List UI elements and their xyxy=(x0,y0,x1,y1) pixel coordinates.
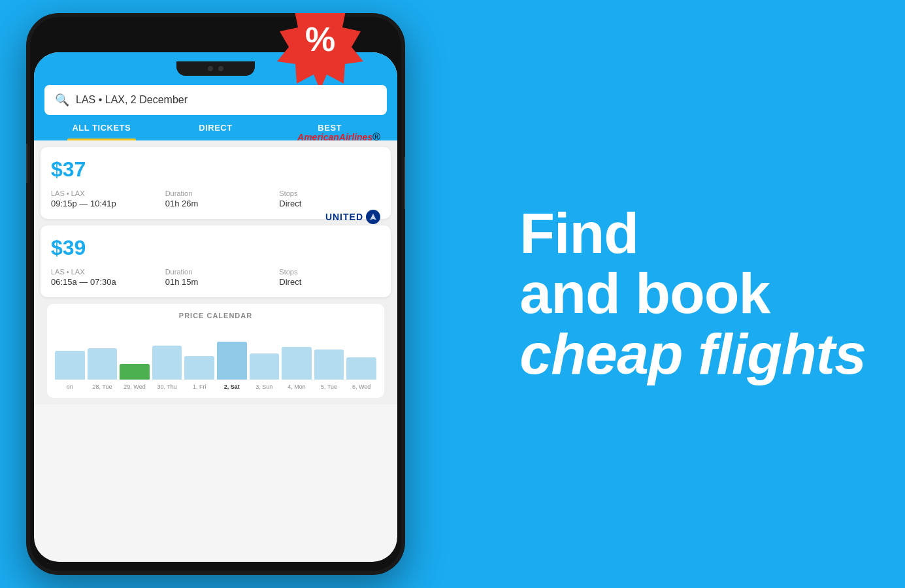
tabs-bar: ALL TICKETS DIRECT BEST xyxy=(44,115,387,140)
chart-label-6: 3, Sun xyxy=(250,384,280,390)
duration-label-2: Duration xyxy=(165,268,267,276)
stops-label-2: Stops xyxy=(279,268,380,276)
bar-col-4 xyxy=(184,327,214,380)
flight-price-1: $37 xyxy=(51,157,380,182)
hero-text-block: Find and book cheap flights xyxy=(519,203,866,384)
flight-details-2: LAS • LAX 06:15a — 07:30a Duration 01h 1… xyxy=(51,268,380,287)
calendar-title: PRICE CALENDAR xyxy=(55,312,376,319)
chart-label-1: 28, Tue xyxy=(88,384,118,390)
tab-direct[interactable]: DIRECT xyxy=(159,115,273,140)
tab-best[interactable]: BEST xyxy=(272,115,387,140)
bar-7 xyxy=(282,347,312,380)
search-icon: 🔍 xyxy=(55,93,69,107)
route-col-2: LAS • LAX 06:15a — 07:30a xyxy=(51,268,152,287)
power-button xyxy=(404,157,405,209)
bar-9 xyxy=(346,357,376,380)
chart-label-4: 1, Fri xyxy=(184,384,214,390)
discount-badge: % xyxy=(274,13,366,85)
duration-col-2: Duration 01h 15m xyxy=(165,268,267,287)
screen-content: 🔍 LAS • LAX, 2 December ALL TICKETS DIRE… xyxy=(34,52,397,562)
united-airlines-label: UNITED xyxy=(325,210,380,224)
stops-col-1: Stops Direct xyxy=(279,189,380,208)
bar-chart xyxy=(55,327,376,380)
bar-col-1 xyxy=(88,327,118,380)
chart-label-2: 29, Wed xyxy=(120,384,150,390)
united-text: UNITED xyxy=(325,212,363,222)
flight-card-2[interactable]: UNITED $39 LAS • LAX xyxy=(41,225,391,297)
volume-button xyxy=(26,144,27,183)
flights-list: AmericanAirlines® $37 LAS • LAX 09:15p —… xyxy=(34,140,397,404)
chart-label-7: 4, Mon xyxy=(282,384,312,390)
bar-0 xyxy=(55,351,85,380)
bar-col-6 xyxy=(250,327,280,380)
bar-col-0 xyxy=(55,327,85,380)
hero-line2: cheap flights xyxy=(519,324,866,384)
bar-col-3 xyxy=(152,327,182,380)
chart-label-3: 30, Thu xyxy=(152,384,182,390)
bar-1 xyxy=(88,348,118,380)
bar-col-7 xyxy=(282,327,312,380)
speaker-dot xyxy=(218,66,223,71)
hero-line1: Find and book xyxy=(519,203,866,324)
bar-3 xyxy=(152,346,182,380)
duration-col-1: Duration 01h 26m xyxy=(165,189,267,208)
bar-5 xyxy=(217,342,247,380)
phone-frame: % 🔍 LAS • LAX, 2 December ALL TICKETS xyxy=(26,13,405,575)
stops-label-1: Stops xyxy=(279,189,380,197)
flight-card-1[interactable]: AmericanAirlines® $37 LAS • LAX 09:15p —… xyxy=(41,147,391,219)
chart-labels: on 28, Tue 29, Wed 30, Thu 1, Fri 2, Sat… xyxy=(55,384,376,390)
chart-label-5: 2, Sat xyxy=(217,384,247,390)
bar-6 xyxy=(250,353,280,380)
phone-screen: 🔍 LAS • LAX, 2 December ALL TICKETS DIRE… xyxy=(34,52,397,562)
bar-col-8 xyxy=(314,327,344,380)
bar-col-2 xyxy=(120,327,150,380)
percent-symbol: % xyxy=(305,20,335,59)
flight-details-1: LAS • LAX 09:15p — 10:41p Duration 01h 2… xyxy=(51,189,380,208)
flight-price-2: $39 xyxy=(51,236,380,260)
stops-value-2: Direct xyxy=(279,277,380,287)
bar-2 xyxy=(120,364,150,380)
stops-col-2: Stops Direct xyxy=(279,268,380,287)
duration-value-2: 01h 15m xyxy=(165,277,267,287)
price-calendar: PRICE CALENDAR xyxy=(47,304,384,398)
bar-4 xyxy=(184,356,214,380)
chart-label-9: 6, Wed xyxy=(346,384,376,390)
phone-mockup: % 🔍 LAS • LAX, 2 December ALL TICKETS xyxy=(26,13,444,581)
stops-value-1: Direct xyxy=(279,199,380,208)
chart-label-0: on xyxy=(55,384,85,390)
duration-value-1: 01h 26m xyxy=(165,199,267,208)
time-value-2: 06:15a — 07:30a xyxy=(51,277,152,287)
bar-8 xyxy=(314,350,344,380)
phone-notch xyxy=(176,61,255,76)
search-bar[interactable]: 🔍 LAS • LAX, 2 December xyxy=(44,85,387,115)
camera-dot xyxy=(208,66,213,71)
duration-label-1: Duration xyxy=(165,189,267,197)
united-icon xyxy=(366,210,380,224)
bar-col-5 xyxy=(217,327,247,380)
chart-label-8: 5, Tue xyxy=(314,384,344,390)
bar-col-9 xyxy=(346,327,376,380)
route-col-1: LAS • LAX 09:15p — 10:41p xyxy=(51,189,152,208)
time-value-1: 09:15p — 10:41p xyxy=(51,199,152,208)
route-label-2: LAS • LAX xyxy=(51,268,152,276)
search-query: LAS • LAX, 2 December xyxy=(76,94,188,106)
airline-logo-united: UNITED xyxy=(325,210,380,224)
route-label-1: LAS • LAX xyxy=(51,189,152,197)
tab-all-tickets[interactable]: ALL TICKETS xyxy=(44,115,159,140)
